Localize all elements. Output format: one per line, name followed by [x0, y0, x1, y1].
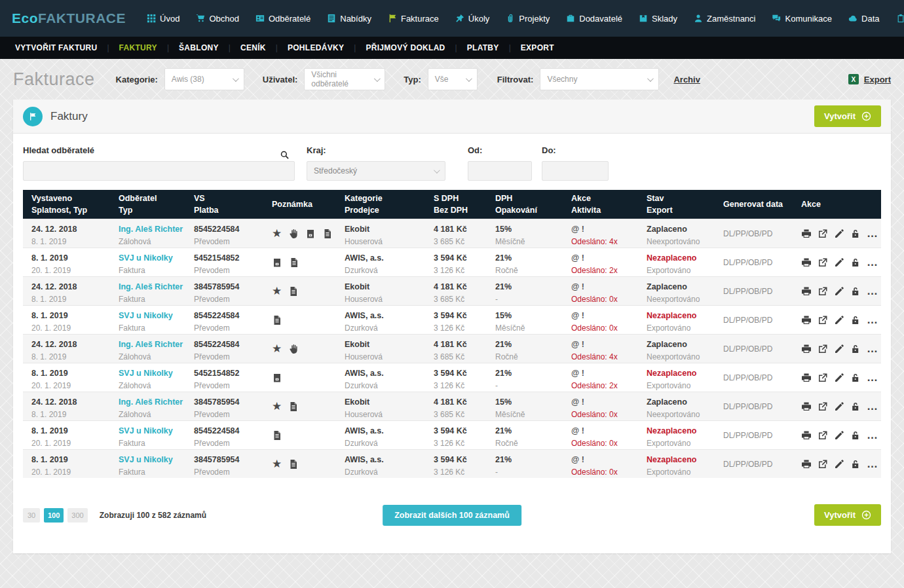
page-size-30[interactable]: 30: [23, 508, 40, 523]
external-icon[interactable]: [818, 344, 828, 354]
customer-link[interactable]: SVJ u Nikolky: [119, 426, 173, 435]
unlock-icon[interactable]: [850, 315, 861, 325]
external-icon[interactable]: [818, 257, 828, 268]
unlock-icon[interactable]: [850, 430, 861, 441]
nav-item-obchod[interactable]: Obchod: [196, 14, 239, 24]
unlock-icon[interactable]: [850, 229, 861, 239]
pencil-icon[interactable]: [834, 344, 844, 354]
printer-icon[interactable]: [801, 315, 812, 325]
cell-actions: …: [793, 335, 881, 363]
cell-generate-data[interactable]: DL/PP/OB/PD: [715, 335, 793, 363]
subnav-item-sablony[interactable]: ŠABLONY: [169, 43, 229, 52]
filtrovat-value: Všechny: [547, 75, 577, 84]
cell-generate-data[interactable]: DL/PP/OB/PD: [715, 277, 793, 305]
nav-item-projekty[interactable]: Projekty: [506, 14, 550, 24]
export-link[interactable]: Export: [864, 75, 891, 84]
external-icon[interactable]: [818, 229, 828, 239]
external-icon[interactable]: [818, 401, 828, 412]
chevron-down-icon: [373, 75, 380, 82]
nav-item-sklady[interactable]: Sklady: [639, 14, 677, 24]
pencil-icon[interactable]: [834, 229, 844, 239]
cell-generate-data[interactable]: DL/PP/OB/PD: [715, 421, 793, 449]
cell-generate-data[interactable]: DL/PP/OB/PD: [715, 306, 793, 334]
date-from-input[interactable]: [468, 161, 532, 181]
nav-item-uvod[interactable]: Úvod: [147, 14, 179, 24]
customer-link[interactable]: Ing. Aleš Richter: [119, 340, 183, 349]
customer-link[interactable]: Ing. Aleš Richter: [119, 397, 183, 407]
archiv-link[interactable]: Archiv: [673, 75, 700, 84]
external-icon[interactable]: [818, 373, 828, 383]
nav-item-komunikace[interactable]: Komunikace: [772, 14, 832, 24]
pencil-icon[interactable]: [834, 430, 844, 441]
customer-link[interactable]: Ing. Aleš Richter: [119, 282, 183, 291]
search-odberatele-input[interactable]: [23, 161, 295, 181]
printer-icon[interactable]: [801, 430, 812, 441]
pencil-icon[interactable]: [834, 373, 844, 383]
nav-item-fakturace[interactable]: Fakturace: [388, 14, 439, 24]
typ-select[interactable]: Vše: [428, 68, 478, 90]
subnav-item-cenik[interactable]: CENÍK: [231, 43, 276, 52]
cell-actions: …: [793, 306, 881, 334]
customer-link[interactable]: SVJ u Nikolky: [119, 253, 173, 263]
subnav-item-vytvorit-fakturu[interactable]: VYTVOŘIT FAKTURU: [5, 43, 107, 52]
uzivatel-select[interactable]: Všichni odběratelé: [304, 68, 385, 90]
unlock-icon[interactable]: [850, 401, 861, 412]
pencil-icon[interactable]: [834, 286, 844, 297]
create-invoice-button-bottom[interactable]: Vytvořit: [814, 504, 881, 526]
subnav-item-prijmovy-doklad[interactable]: PŘIJMOVÝ DOKLAD: [356, 43, 455, 52]
external-icon[interactable]: [818, 430, 828, 441]
customer-link[interactable]: SVJ u Nikolky: [119, 455, 173, 464]
unlock-icon[interactable]: [850, 459, 861, 469]
unlock-icon[interactable]: [850, 344, 861, 354]
cell-dates: 24. 12. 20188. 1. 2019: [23, 392, 110, 420]
printer-icon[interactable]: [801, 459, 812, 469]
cell-generate-data[interactable]: DL/PP/OB/PD: [715, 248, 793, 276]
subnav-item-export[interactable]: EXPORT: [511, 43, 564, 52]
printer-icon[interactable]: [801, 286, 812, 297]
nav-item-dodavatele[interactable]: Dodavatelé: [566, 14, 622, 24]
nav-item-odberatele[interactable]: Odběratelé: [255, 14, 311, 24]
printer-icon[interactable]: [801, 229, 812, 239]
customer-link[interactable]: Ing. Aleš Richter: [119, 225, 183, 234]
page-size-100[interactable]: 100: [44, 508, 64, 523]
nav-item-zamestnanci[interactable]: Zaměstnanci: [694, 14, 755, 24]
pencil-icon[interactable]: [834, 459, 844, 469]
kategorie-select[interactable]: Awis (38): [164, 68, 244, 90]
date-to-input[interactable]: [542, 161, 609, 181]
pencil-icon[interactable]: [834, 401, 844, 412]
kraj-select[interactable]: Středočeský: [307, 161, 445, 181]
nav-item-data[interactable]: Data: [848, 14, 879, 24]
search-icon[interactable]: [280, 150, 290, 162]
customer-link[interactable]: SVJ u Nikolky: [119, 311, 173, 320]
subnav-item-faktury[interactable]: FAKTURY: [109, 43, 167, 52]
nav-item-ukoly[interactable]: Úkoly: [455, 14, 490, 24]
cell-generate-data[interactable]: DL/PP/OB/PD: [715, 219, 793, 248]
printer-icon[interactable]: [801, 344, 812, 354]
unlock-icon[interactable]: [850, 286, 861, 297]
nav-item-nabidky[interactable]: Nabídky: [327, 14, 371, 24]
subnav-item-platby[interactable]: PLATBY: [457, 43, 509, 52]
chevron-down-icon: [647, 75, 654, 82]
external-icon[interactable]: [818, 286, 828, 297]
page-size-300[interactable]: 300: [67, 508, 87, 523]
printer-icon[interactable]: [801, 373, 812, 383]
nav-item-zakazky[interactable]: Zakázky: [896, 14, 904, 24]
load-more-button[interactable]: Zobrazit dalších 100 záznamů: [383, 505, 521, 526]
unlock-icon[interactable]: [850, 373, 861, 383]
app-logo[interactable]: EcoFAKTURACE: [12, 10, 126, 26]
cell-dates: 24. 12. 20188. 1. 2019: [23, 219, 110, 248]
external-icon[interactable]: [818, 459, 828, 469]
cell-generate-data[interactable]: DL/PP/OB/PD: [715, 450, 793, 478]
pencil-icon[interactable]: [834, 315, 844, 325]
external-icon[interactable]: [818, 315, 828, 325]
printer-icon[interactable]: [801, 401, 812, 412]
cell-generate-data[interactable]: DL/PP/OB/PD: [715, 363, 793, 392]
subnav-item-pohledavky[interactable]: POHLEDÁVKY: [278, 43, 354, 52]
cell-generate-data[interactable]: DL/PP/OB/PD: [715, 392, 793, 420]
printer-icon[interactable]: [801, 257, 812, 268]
pencil-icon[interactable]: [834, 257, 844, 268]
create-invoice-button[interactable]: Vytvořit: [814, 105, 881, 127]
unlock-icon[interactable]: [850, 257, 861, 268]
customer-link[interactable]: SVJ u Nikolky: [119, 369, 173, 378]
filtrovat-select[interactable]: Všechny: [540, 68, 659, 90]
